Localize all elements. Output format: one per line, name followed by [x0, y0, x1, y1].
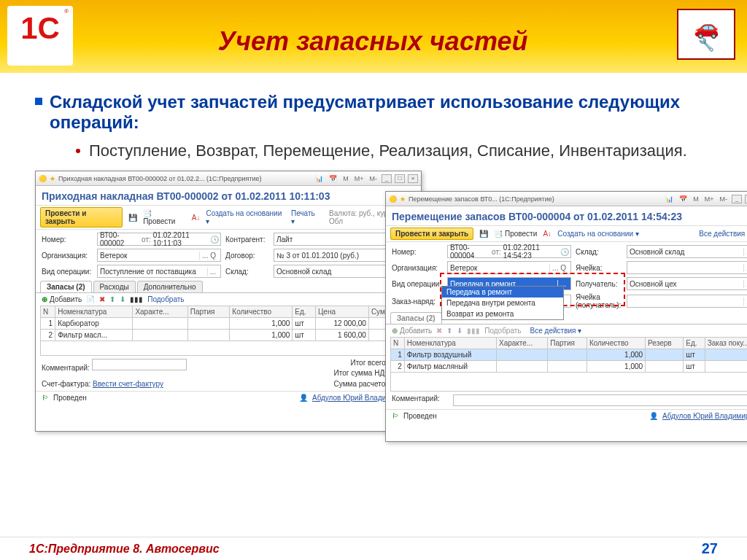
tab-zapasy[interactable]: Запасы (2): [390, 312, 442, 324]
window-title: Приходная накладная ВТ00-000002 от 01.02…: [58, 175, 262, 182]
minimize-button[interactable]: _: [732, 195, 742, 203]
star-icon[interactable]: ★: [50, 175, 55, 182]
invoice-link[interactable]: Ввести счет-фактуру: [93, 380, 163, 388]
calendar-icon[interactable]: 📅: [678, 195, 689, 203]
page-number: 27: [702, 540, 718, 557]
car-service-icon: 🚗 🔧: [677, 9, 735, 60]
all-actions-link[interactable]: Все действия ▾: [699, 230, 747, 238]
az-icon[interactable]: A↓: [541, 228, 553, 240]
window-chrome: 🟡 ★ Приходная накладная ВТ00-000002 от 0…: [36, 171, 421, 186]
comment-field[interactable]: [453, 394, 747, 406]
warehouse-field[interactable]: Основной склад... Q: [627, 245, 747, 258]
logo-1c: ® 1C: [7, 6, 73, 66]
m-button[interactable]: M: [341, 175, 350, 182]
provesti-button[interactable]: 📑 Провести: [143, 209, 185, 225]
tab-dop[interactable]: Дополнительно: [137, 281, 203, 292]
cell-dst-field[interactable]: ... Q: [627, 295, 747, 308]
podobrat-link[interactable]: Подобрать: [147, 295, 184, 303]
number-label: Номер:: [42, 236, 93, 244]
add-button[interactable]: ⊕Добавить: [42, 295, 82, 303]
comment-row: Комментарий:: [386, 392, 747, 409]
m-minus-button[interactable]: M-: [368, 175, 379, 182]
tab-rashody[interactable]: Расходы: [93, 281, 136, 292]
optype-field[interactable]: Поступление от поставщика...: [97, 265, 221, 278]
delete-icon[interactable]: ✖: [436, 327, 442, 335]
posted-flag-icon: 🏳: [42, 394, 49, 402]
table-row: 2Фильтр масляный1,000шт: [391, 361, 748, 373]
minimize-button[interactable]: _: [382, 174, 392, 183]
items-table[interactable]: NНоменклатураХаракте... ПартияКоличество…: [40, 306, 417, 356]
move-down-icon[interactable]: ⬇: [120, 295, 125, 303]
dropdown-option[interactable]: Передача в ремонт: [442, 287, 563, 298]
post-and-close-button[interactable]: Провести и закрыть: [40, 207, 123, 228]
dropdown-option[interactable]: Передача внутри ремонта: [442, 298, 563, 308]
counterparty-label: Контрагент:: [225, 236, 269, 244]
number-field[interactable]: ВТ00-000002 от: 01.02.2011 10:11:03 🕓: [97, 233, 221, 246]
app-icon: 🟡: [389, 195, 397, 203]
m-plus-button[interactable]: M+: [703, 195, 716, 203]
all-actions-link[interactable]: Все действия ▾: [530, 327, 582, 335]
slide-header: ® 1C Учет запасных частей 🚗 🔧: [0, 0, 747, 73]
m-minus-button[interactable]: M-: [719, 195, 729, 203]
provesti-button[interactable]: 📑 Провести: [494, 230, 537, 238]
barcode-icon[interactable]: ▮▮▮: [467, 327, 480, 335]
slide-title: Учет запасных частей: [80, 26, 665, 57]
recipient-field[interactable]: Основной цех... Q: [627, 277, 747, 290]
move-down-icon[interactable]: ⬇: [457, 327, 462, 335]
calendar-icon[interactable]: 📅: [328, 175, 338, 182]
calc-icon[interactable]: 📊: [664, 195, 675, 203]
post-and-close-button[interactable]: Провести и закрыть: [390, 228, 473, 240]
close-button[interactable]: ×: [408, 174, 418, 183]
tab-zapasy[interactable]: Запасы (2): [40, 281, 92, 292]
tabs: Запасы (2) Расходы Дополнительно: [36, 279, 421, 293]
user-icon: 👤: [299, 394, 308, 402]
dropdown-option[interactable]: Возврат из ремонта: [442, 308, 563, 319]
create-based-link[interactable]: Создать на основании ▾: [557, 230, 639, 238]
status-bar: 🏳 Проведен 👤 Абдулов Юрий Владимирович: [386, 409, 747, 422]
podobrat-link[interactable]: Подобрать: [484, 327, 521, 335]
table-toolbar: ⊕Добавить ✖ ⬆ ⬇ ▮▮▮ Подобрать Все действ…: [386, 324, 747, 337]
bullet-level-1: Складской учет запчастей предусматривает…: [35, 92, 712, 133]
calc-icon[interactable]: 📊: [314, 175, 325, 182]
table-row: 1Карбюратор1,000шт12 000,0012 000,0: [41, 318, 417, 330]
barcode-icon[interactable]: ▮▮▮: [130, 295, 143, 303]
org-field[interactable]: Ветерок... Q: [97, 249, 221, 262]
move-up-icon[interactable]: ⬆: [446, 327, 452, 335]
maximize-button[interactable]: □: [395, 174, 405, 183]
m-button[interactable]: M: [692, 195, 700, 203]
az-icon[interactable]: A↓: [190, 211, 202, 223]
copy-icon[interactable]: 📄: [86, 295, 95, 303]
main-toolbar: Провести и закрыть 💾 📑 Провести A↓ Созда…: [386, 225, 747, 242]
header-form: Номер: ВТ00-000002 от: 01.02.2011 10:11:…: [36, 230, 421, 279]
screenshots-area: 🟡 ★ Приходная накладная ВТ00-000002 от 0…: [35, 171, 712, 449]
optype-dropdown[interactable]: Передача в ремонт Передача внутри ремонт…: [441, 286, 564, 320]
posted-label: Проведен: [403, 412, 437, 420]
move-up-icon[interactable]: ⬆: [109, 295, 115, 303]
print-link[interactable]: Печать ▾: [291, 209, 320, 225]
status-bar: 🏳 Проведен 👤 Абдулов Юрий Владимирович: [36, 391, 421, 404]
comment-field[interactable]: [92, 359, 187, 370]
window-title: Перемещение запасов ВТ0... (1С:Предприят…: [409, 195, 554, 203]
m-plus-button[interactable]: M+: [353, 175, 365, 182]
save-icon[interactable]: 💾: [127, 211, 139, 223]
document-title: Приходная накладная ВТ00-000002 от 01.02…: [36, 186, 421, 205]
bullet-level-2: Поступление, Возврат, Перемещение, Реали…: [76, 141, 712, 160]
star-icon[interactable]: ★: [400, 195, 406, 203]
totals-block: Комментарий: Итог всего:13 600, Итог сум…: [36, 356, 421, 380]
create-based-link[interactable]: Создать на основании ▾: [206, 209, 286, 225]
items-table[interactable]: NНоменклатураХаракте... ПартияКоличество…: [390, 337, 747, 392]
save-icon[interactable]: 💾: [478, 228, 489, 240]
window-prichodnaya: 🟡 ★ Приходная накладная ВТ00-000002 от 0…: [35, 171, 422, 432]
document-title: Перемещение запасов ВТ00-000004 от 01.02…: [386, 206, 747, 225]
delete-icon[interactable]: ✖: [99, 295, 105, 303]
cell-field[interactable]: ... Q: [627, 261, 747, 274]
window-chrome: 🟡 ★ Перемещение запасов ВТ0... (1С:Предп…: [386, 192, 747, 206]
table-toolbar: ⊕Добавить 📄 ✖ ⬆ ⬇ ▮▮▮ Подобрать: [36, 293, 421, 306]
posted-flag-icon: 🏳: [392, 412, 399, 420]
user-link[interactable]: Абдулов Юрий Владимирович: [662, 412, 747, 420]
number-field[interactable]: ВТ00-000004от:01.02.2011 14:54:23🕓: [447, 245, 571, 258]
posted-label: Проведен: [53, 394, 87, 402]
table-row: 2Фильтр масл...1,000шт1 600,001 600,0: [41, 330, 417, 341]
window-peremeshchenie: 🟡 ★ Перемещение запасов ВТ0... (1С:Предп…: [385, 191, 747, 442]
add-button[interactable]: ⊕Добавить: [392, 327, 432, 335]
